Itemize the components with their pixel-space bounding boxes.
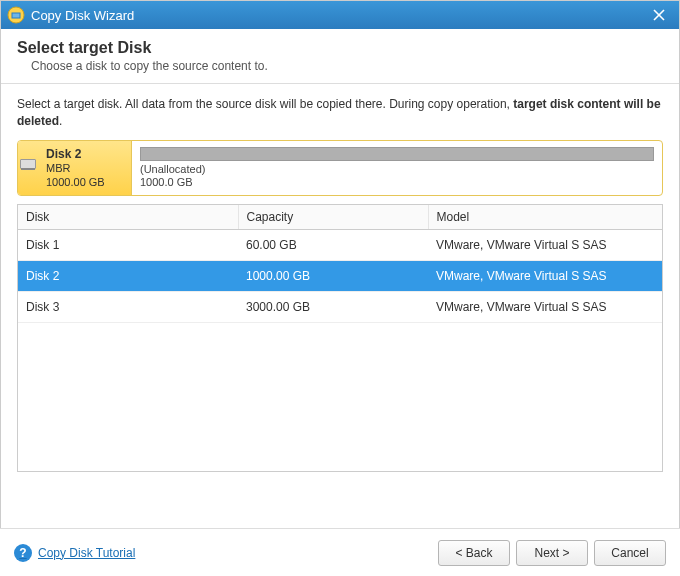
svg-rect-1: [12, 13, 20, 18]
column-header-disk[interactable]: Disk: [18, 205, 238, 230]
cell-disk: Disk 1: [18, 230, 238, 261]
column-header-model[interactable]: Model: [428, 205, 662, 230]
help-icon: ?: [14, 544, 32, 562]
disk-info-panel: Disk 2 MBR 1000.00 GB: [18, 141, 132, 196]
instruction-suffix: .: [59, 114, 62, 128]
disk-table-container: Disk Capacity Model Disk 160.00 GBVMware…: [17, 204, 663, 472]
cell-model: VMware, VMware Virtual S SAS: [428, 292, 662, 323]
back-button[interactable]: < Back: [438, 540, 510, 566]
disk-icon: [20, 159, 36, 169]
close-icon: [653, 9, 665, 21]
cell-capacity: 3000.00 GB: [238, 292, 428, 323]
table-row[interactable]: Disk 33000.00 GBVMware, VMware Virtual S…: [18, 292, 662, 323]
help-link-label: Copy Disk Tutorial: [38, 546, 135, 560]
partition-bar: [140, 147, 654, 161]
partition-size: 1000.0 GB: [140, 176, 654, 189]
cancel-button[interactable]: Cancel: [594, 540, 666, 566]
instruction-text: Select a target disk. All data from the …: [17, 96, 663, 130]
cell-capacity: 1000.00 GB: [238, 261, 428, 292]
partition-area: (Unallocated) 1000.0 GB: [132, 141, 662, 196]
page-subtitle: Choose a disk to copy the source content…: [17, 59, 663, 73]
instruction-prefix: Select a target disk. All data from the …: [17, 97, 513, 111]
disk-table: Disk Capacity Model Disk 160.00 GBVMware…: [18, 205, 662, 323]
footer: ? Copy Disk Tutorial < Back Next > Cance…: [0, 528, 680, 576]
table-row[interactable]: Disk 160.00 GBVMware, VMware Virtual S S…: [18, 230, 662, 261]
wizard-header: Select target Disk Choose a disk to copy…: [1, 29, 679, 84]
close-button[interactable]: [645, 5, 673, 25]
content-area: Select a target disk. All data from the …: [1, 84, 679, 472]
page-title: Select target Disk: [17, 39, 663, 57]
footer-buttons: < Back Next > Cancel: [438, 540, 666, 566]
selected-disk-card: Disk 2 MBR 1000.00 GB (Unallocated) 1000…: [17, 140, 663, 197]
window-title: Copy Disk Wizard: [31, 8, 645, 23]
table-row[interactable]: Disk 21000.00 GBVMware, VMware Virtual S…: [18, 261, 662, 292]
cell-disk: Disk 2: [18, 261, 238, 292]
app-icon: [7, 6, 25, 24]
next-button[interactable]: Next >: [516, 540, 588, 566]
column-header-capacity[interactable]: Capacity: [238, 205, 428, 230]
help-link[interactable]: ? Copy Disk Tutorial: [14, 544, 135, 562]
selected-disk-size: 1000.00 GB: [26, 175, 123, 189]
cell-capacity: 60.00 GB: [238, 230, 428, 261]
selected-disk-scheme: MBR: [26, 161, 123, 175]
selected-disk-name: Disk 2: [26, 147, 123, 161]
cell-model: VMware, VMware Virtual S SAS: [428, 261, 662, 292]
partition-label: (Unallocated): [140, 163, 654, 176]
cell-disk: Disk 3: [18, 292, 238, 323]
cell-model: VMware, VMware Virtual S SAS: [428, 230, 662, 261]
titlebar: Copy Disk Wizard: [1, 1, 679, 29]
